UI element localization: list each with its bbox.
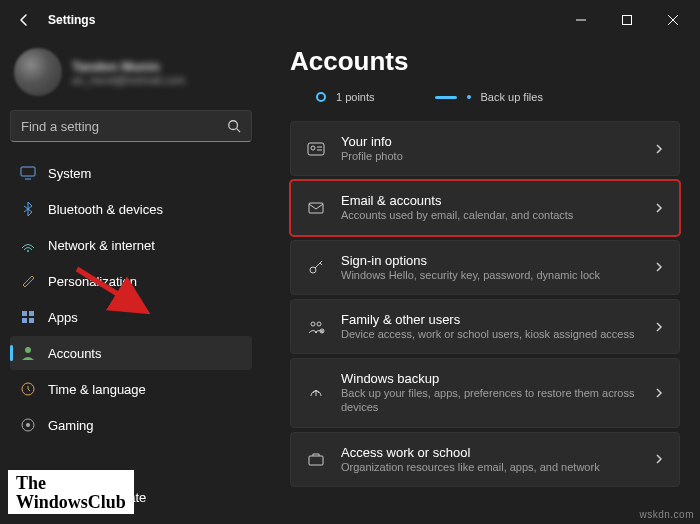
svg-point-21 bbox=[311, 322, 315, 326]
card-list: Your info Profile photo Email & accounts… bbox=[290, 121, 680, 487]
card-signin-options[interactable]: Sign-in options Windows Hello, security … bbox=[290, 240, 680, 295]
maximize-button[interactable] bbox=[604, 0, 650, 40]
content-area: Accounts 1 points Back up files Your inf… bbox=[262, 40, 700, 524]
bluetooth-icon bbox=[20, 201, 36, 217]
apps-icon bbox=[20, 309, 36, 325]
minimize-icon bbox=[576, 15, 586, 25]
mail-icon bbox=[305, 199, 327, 217]
status-text: 1 points bbox=[336, 91, 375, 103]
briefcase-icon bbox=[305, 450, 327, 468]
family-icon bbox=[305, 318, 327, 336]
accounts-icon bbox=[20, 345, 36, 361]
chevron-right-icon bbox=[653, 261, 665, 273]
svg-point-22 bbox=[317, 322, 321, 326]
card-sub: Device access, work or school users, kio… bbox=[341, 327, 639, 341]
window-controls bbox=[558, 0, 696, 40]
close-button[interactable] bbox=[650, 0, 696, 40]
gaming-icon bbox=[20, 417, 36, 433]
user-email: an_hend@hotmail.com bbox=[72, 74, 185, 86]
card-title: Sign-in options bbox=[341, 253, 639, 268]
chevron-right-icon bbox=[653, 453, 665, 465]
card-sub: Accounts used by email, calendar, and co… bbox=[341, 208, 639, 222]
app-title: Settings bbox=[48, 13, 95, 27]
status-points[interactable]: 1 points bbox=[316, 91, 375, 103]
svg-rect-4 bbox=[21, 167, 35, 176]
card-title: Windows backup bbox=[341, 371, 639, 386]
sidebar-item-label: Personalization bbox=[48, 274, 137, 289]
sidebar-item-accounts[interactable]: Accounts bbox=[10, 336, 252, 370]
svg-rect-1 bbox=[623, 16, 632, 25]
sidebar-item-personalization[interactable]: Personalization bbox=[10, 264, 252, 298]
chevron-right-icon bbox=[653, 143, 665, 155]
maximize-icon bbox=[622, 15, 632, 25]
sidebar-item-network[interactable]: Network & internet bbox=[10, 228, 252, 262]
card-your-info[interactable]: Your info Profile photo bbox=[290, 121, 680, 176]
status-backup[interactable]: Back up files bbox=[435, 91, 543, 103]
arrow-left-icon bbox=[16, 12, 32, 28]
sidebar-item-label: Time & language bbox=[48, 382, 146, 397]
search-input[interactable] bbox=[21, 119, 227, 134]
svg-point-14 bbox=[26, 423, 30, 427]
sidebar-item-label: System bbox=[48, 166, 91, 181]
chevron-right-icon bbox=[653, 387, 665, 399]
svg-rect-8 bbox=[29, 311, 34, 316]
close-icon bbox=[668, 15, 678, 25]
watermark-logo: The WindowsClub bbox=[8, 470, 134, 514]
network-icon bbox=[20, 237, 36, 253]
sidebar-item-gaming[interactable]: Gaming bbox=[10, 408, 252, 442]
card-email-accounts[interactable]: Email & accounts Accounts used by email,… bbox=[290, 180, 680, 235]
svg-rect-9 bbox=[22, 318, 27, 323]
card-family[interactable]: Family & other users Device access, work… bbox=[290, 299, 680, 354]
card-sub: Windows Hello, security key, password, d… bbox=[341, 268, 639, 282]
svg-rect-7 bbox=[22, 311, 27, 316]
page-title: Accounts bbox=[290, 46, 680, 77]
status-row: 1 points Back up files bbox=[290, 91, 680, 103]
bar-icon bbox=[435, 96, 457, 99]
sidebar-item-label: Accounts bbox=[48, 346, 101, 361]
svg-rect-15 bbox=[308, 143, 324, 155]
card-title: Email & accounts bbox=[341, 193, 639, 208]
nav-list: System Bluetooth & devices Network & int… bbox=[10, 156, 252, 514]
minimize-button[interactable] bbox=[558, 0, 604, 40]
svg-point-6 bbox=[27, 250, 29, 252]
card-work-school[interactable]: Access work or school Organization resou… bbox=[290, 432, 680, 487]
search-icon bbox=[227, 119, 241, 133]
sidebar-item-label: Gaming bbox=[48, 418, 94, 433]
chevron-right-icon bbox=[653, 321, 665, 333]
chevron-right-icon bbox=[653, 202, 665, 214]
status-text: Back up files bbox=[481, 91, 543, 103]
sidebar-item-label: Apps bbox=[48, 310, 78, 325]
titlebar: Settings bbox=[0, 0, 700, 40]
sidebar-item-system[interactable]: System bbox=[10, 156, 252, 190]
sidebar-item-label: Bluetooth & devices bbox=[48, 202, 163, 217]
personalization-icon bbox=[20, 273, 36, 289]
ring-icon bbox=[316, 92, 326, 102]
site-watermark: wskdn.com bbox=[639, 509, 694, 520]
key-icon bbox=[305, 258, 327, 276]
svg-point-2 bbox=[229, 121, 238, 130]
card-title: Your info bbox=[341, 134, 639, 149]
sidebar-item-apps[interactable]: Apps bbox=[10, 300, 252, 334]
search-box[interactable] bbox=[10, 110, 252, 142]
card-sub: Organization resources like email, apps,… bbox=[341, 460, 639, 474]
card-title: Family & other users bbox=[341, 312, 639, 327]
system-icon bbox=[20, 165, 36, 181]
person-card-icon bbox=[305, 140, 327, 158]
svg-rect-26 bbox=[309, 456, 323, 465]
card-sub: Back up your files, apps, preferences to… bbox=[341, 386, 639, 415]
dot-icon bbox=[467, 95, 471, 99]
svg-rect-10 bbox=[29, 318, 34, 323]
svg-point-11 bbox=[25, 347, 31, 353]
card-title: Access work or school bbox=[341, 445, 639, 460]
svg-rect-19 bbox=[309, 203, 323, 213]
card-windows-backup[interactable]: Windows backup Back up your files, apps,… bbox=[290, 358, 680, 428]
user-profile[interactable]: Tandon Munin an_hend@hotmail.com bbox=[10, 40, 252, 110]
sidebar-item-bluetooth[interactable]: Bluetooth & devices bbox=[10, 192, 252, 226]
time-icon bbox=[20, 381, 36, 397]
svg-point-16 bbox=[311, 146, 315, 150]
sidebar-item-time[interactable]: Time & language bbox=[10, 372, 252, 406]
avatar bbox=[14, 48, 62, 96]
sidebar: Tandon Munin an_hend@hotmail.com System … bbox=[0, 40, 262, 524]
back-button[interactable] bbox=[4, 0, 44, 40]
user-name: Tandon Munin bbox=[72, 59, 185, 74]
